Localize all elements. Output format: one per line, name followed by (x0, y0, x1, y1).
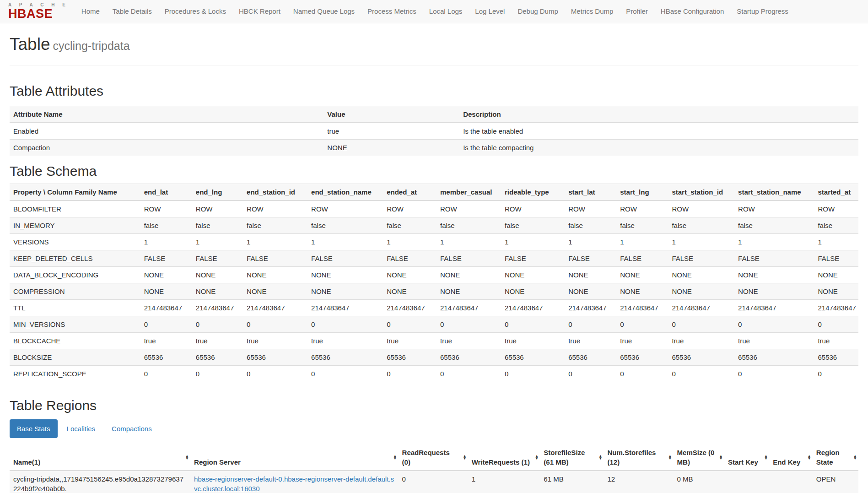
sort-icon[interactable]: ▴▾ (669, 455, 671, 460)
logo-hbase-text: HBASE (8, 7, 69, 20)
schema-value-cell: FALSE (307, 250, 383, 267)
sort-icon[interactable]: ▴▾ (536, 455, 538, 460)
nav-item-named-queue-logs[interactable]: Named Queue Logs (287, 0, 361, 23)
sort-icon[interactable]: ▴▾ (808, 455, 810, 460)
regions-col-region-state[interactable]: Region State▴▾ (813, 444, 858, 471)
sort-icon[interactable]: ▴▾ (599, 455, 602, 460)
schema-value-cell: false (668, 217, 734, 234)
regions-col-num-storefiles-12[interactable]: Num.Storefiles (12)▴▾ (604, 444, 673, 471)
nav-item-local-logs[interactable]: Local Logs (423, 0, 469, 23)
nav-item-hbase-configuration[interactable]: HBase Configuration (654, 0, 730, 23)
schema-value-cell: NONE (734, 283, 814, 300)
schema-value-cell: NONE (668, 267, 734, 283)
schema-value-cell: 0 (243, 366, 307, 382)
nav-item-metrics-dump[interactable]: Metrics Dump (565, 0, 620, 23)
schema-value-cell: true (814, 333, 858, 349)
schema-value-cell: 2147483647 (565, 300, 616, 316)
schema-value-cell: FALSE (437, 250, 501, 267)
sort-icon[interactable]: ▴▾ (464, 455, 466, 460)
schema-value-cell: ROW (243, 200, 307, 217)
nav-item-log-level[interactable]: Log Level (469, 0, 511, 23)
regions-col-label: Start Key (728, 458, 758, 466)
sort-icon[interactable]: ▴▾ (854, 455, 856, 460)
schema-value-cell: NONE (437, 283, 501, 300)
schema-header-row: Property \ Column Family Nameend_latend_… (10, 184, 858, 201)
attribute-value-cell: true (323, 123, 459, 140)
region-start-key-cell (724, 471, 769, 493)
attributes-col-description: Description (459, 106, 858, 123)
schema-value-cell: NONE (307, 283, 383, 300)
regions-col-label: WriteRequests (1) (472, 458, 530, 466)
schema-value-cell: NONE (814, 283, 858, 300)
nav-item-process-metrics[interactable]: Process Metrics (361, 0, 423, 23)
schema-property-cell: MIN_VERSIONS (10, 316, 140, 333)
schema-value-cell: NONE (565, 283, 616, 300)
schema-value-cell: NONE (616, 267, 668, 283)
schema-value-cell: 65536 (501, 349, 565, 366)
nav-item-home[interactable]: Home (75, 0, 106, 23)
schema-property-cell: BLOOMFILTER (10, 200, 140, 217)
schema-value-cell: 0 (734, 366, 814, 382)
nav-item-startup-progress[interactable]: Startup Progress (730, 0, 795, 23)
schema-value-cell: 1 (565, 234, 616, 250)
schema-value-cell: false (501, 217, 565, 234)
schema-value-cell: ROW (565, 200, 616, 217)
schema-value-cell: false (140, 217, 192, 234)
region-read-requests-cell: 0 (399, 471, 468, 493)
schema-col-end-lng: end_lng (192, 184, 243, 201)
attributes-col-attribute-name: Attribute Name (10, 106, 323, 123)
schema-value-cell: ROW (140, 200, 192, 217)
schema-property-cell: TTL (10, 300, 140, 316)
schema-value-cell: 0 (437, 316, 501, 333)
schema-value-cell: 0 (307, 316, 383, 333)
schema-value-cell: FALSE (565, 250, 616, 267)
schema-value-cell: 0 (437, 366, 501, 382)
schema-value-cell: NONE (192, 267, 243, 283)
schema-value-cell: 2147483647 (383, 300, 437, 316)
sort-icon[interactable]: ▴▾ (720, 455, 722, 460)
schema-value-cell: 0 (307, 366, 383, 382)
schema-value-cell: NONE (437, 267, 501, 283)
tab-base-stats[interactable]: Base Stats (10, 419, 58, 438)
schema-value-cell: FALSE (616, 250, 668, 267)
hbase-logo[interactable]: A P A C H E HBASE (8, 3, 69, 20)
schema-row: BLOCKSIZE6553665536655366553665536655366… (10, 349, 858, 366)
attribute-name-cell: Compaction (10, 140, 323, 156)
sort-icon[interactable]: ▴▾ (186, 455, 189, 460)
sort-icon[interactable]: ▴▾ (765, 455, 767, 460)
regions-col-memsize-0-mb[interactable]: MemSize (0 MB)▴▾ (674, 444, 724, 471)
regions-col-start-key[interactable]: Start Key▴▾ (724, 444, 769, 471)
nav-item-debug-dump[interactable]: Debug Dump (511, 0, 564, 23)
regions-col-label: Name(1) (13, 458, 40, 466)
regions-col-name-1[interactable]: Name(1)▴▾ (10, 444, 190, 471)
schema-value-cell: 65536 (307, 349, 383, 366)
region-server-link[interactable]: hbase-regionserver-default-0.hbase-regio… (194, 475, 394, 493)
schema-value-cell: NONE (140, 283, 192, 300)
schema-value-cell: ROW (437, 200, 501, 217)
schema-property-cell: KEEP_DELETED_CELLS (10, 250, 140, 267)
regions-col-readrequests-0[interactable]: ReadRequests (0)▴▾ (399, 444, 468, 471)
sort-icon[interactable]: ▴▾ (394, 455, 396, 460)
schema-value-cell: 0 (668, 316, 734, 333)
regions-col-writerequests-1[interactable]: WriteRequests (1)▴▾ (468, 444, 540, 471)
schema-value-cell: false (565, 217, 616, 234)
nav-item-hbck-report[interactable]: HBCK Report (232, 0, 287, 23)
regions-col-end-key[interactable]: End Key▴▾ (769, 444, 813, 471)
schema-value-cell: 2147483647 (501, 300, 565, 316)
nav-item-procedures-locks[interactable]: Procedures & Locks (158, 0, 232, 23)
schema-row: VERSIONS111111111111 (10, 234, 858, 250)
navbar: A P A C H E HBASE HomeTable DetailsProce… (0, 0, 868, 23)
schema-value-cell: false (383, 217, 437, 234)
schema-row: BLOCKCACHEtruetruetruetruetruetruetruetr… (10, 333, 858, 349)
regions-col-storefilesize-61-mb[interactable]: StorefileSize (61 MB)▴▾ (540, 444, 604, 471)
tab-compactions[interactable]: Compactions (104, 419, 159, 438)
regions-col-region-server[interactable]: Region Server▴▾ (190, 444, 398, 471)
attribute-value-cell: NONE (323, 140, 459, 156)
nav-item-profiler[interactable]: Profiler (620, 0, 654, 23)
tab-localities[interactable]: Localities (59, 419, 103, 438)
schema-value-cell: NONE (140, 267, 192, 283)
attribute-description-cell: Is the table compacting (459, 140, 858, 156)
schema-col-end-station-id: end_station_id (243, 184, 307, 201)
schema-value-cell: 0 (734, 316, 814, 333)
nav-item-table-details[interactable]: Table Details (106, 0, 158, 23)
